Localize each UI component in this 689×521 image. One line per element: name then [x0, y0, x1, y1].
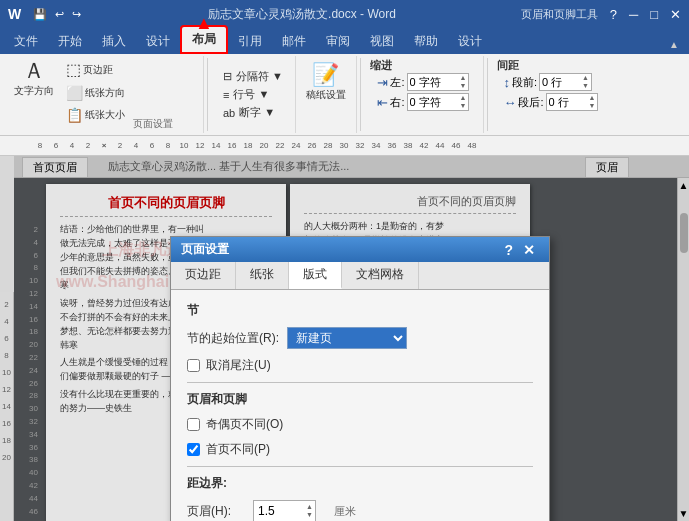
- indent-left-down[interactable]: ▼: [458, 82, 469, 90]
- ribbon-group-separator: ⊟ 分隔符 ▼ ≡ 行号 ▼ ab 断字 ▼: [211, 56, 296, 133]
- spacing-group-title: 间距: [497, 58, 519, 73]
- header-dist-up[interactable]: ▲: [304, 503, 315, 511]
- header-distance-spin[interactable]: ▲ ▼: [253, 500, 316, 521]
- tab-review[interactable]: 审阅: [316, 29, 360, 54]
- tab-layout[interactable]: 布局 ▲: [180, 25, 228, 54]
- draft-button[interactable]: 📝 稿纸设置: [302, 58, 350, 106]
- odd-even-checkbox[interactable]: [187, 418, 200, 431]
- text-direction-label: 文字方向: [14, 84, 54, 98]
- ribbon-tab-bar: 文件 开始 插入 设计 布局 ▲ 引用 邮件 审阅 视图 帮助 设计 ▲: [0, 28, 689, 54]
- spacing-before-label: 段前:: [512, 75, 537, 90]
- restore-button[interactable]: □: [650, 7, 658, 22]
- ribbon-group-spacing: 间距 ↕ 段前: ▲ ▼ ↔ 段后:: [491, 56, 611, 133]
- section-separator-1: [187, 382, 533, 383]
- dialog-tab-bar: 页边距 纸张 版式 文档网格: [171, 262, 549, 290]
- tab-home[interactable]: 开始: [48, 29, 92, 54]
- spacing-after-up[interactable]: ▲: [587, 94, 598, 102]
- dialog-close-btn[interactable]: ✕: [519, 243, 539, 257]
- horizontal-ruler: 8 6 4 2 × 2 4 6 8 10 12 14 16 18 20 22 2…: [0, 136, 689, 156]
- text-direction-button[interactable]: Ａ 文字方向: [10, 58, 58, 100]
- draft-icon: 📝: [312, 62, 339, 88]
- spacing-before-down[interactable]: ▼: [580, 82, 591, 90]
- dialog-title-bar: 页面设置 ? ✕: [171, 237, 549, 262]
- spacing-after-spin[interactable]: ▲ ▼: [546, 93, 599, 111]
- spacing-after-row: ↔ 段后: ▲ ▼: [503, 93, 598, 111]
- document-title: 励志文章心灵鸡汤散文.docx - Word: [208, 6, 396, 23]
- section-start-select[interactable]: 新建页: [287, 327, 407, 349]
- tab-view[interactable]: 视图: [360, 29, 404, 54]
- dialog-title-buttons: ? ✕: [500, 243, 539, 257]
- section-title: 节: [187, 302, 533, 319]
- quick-access-toolbar: 💾 ↩ ↪: [31, 8, 83, 21]
- indent-right-up[interactable]: ▲: [458, 94, 469, 102]
- header-dist-down[interactable]: ▼: [304, 511, 315, 519]
- tab-insert[interactable]: 插入: [92, 29, 136, 54]
- cancel-endnote-checkbox[interactable]: [187, 359, 200, 372]
- margins-button[interactable]: ⬚ 页边距: [62, 58, 129, 81]
- ribbon-group-draft: 📝 稿纸设置: [296, 56, 357, 133]
- orientation-button[interactable]: ⬜ 纸张方向: [62, 83, 129, 103]
- spacing-before-up[interactable]: ▲: [580, 74, 591, 82]
- right-section-label: 页眉和页脚工具: [521, 7, 598, 22]
- indent-left-up[interactable]: ▲: [458, 74, 469, 82]
- spacing-before-input[interactable]: [540, 74, 580, 90]
- help-icon[interactable]: ?: [610, 7, 617, 22]
- dialog-tab-paper[interactable]: 纸张: [236, 262, 289, 289]
- separator-button[interactable]: ⊟ 分隔符 ▼: [217, 68, 289, 85]
- distance-title: 距边界:: [187, 475, 533, 492]
- redo-icon[interactable]: ↪: [70, 8, 83, 21]
- header-footer-title: 页眉和页脚: [187, 391, 533, 408]
- spacing-after-down[interactable]: ▼: [587, 102, 598, 110]
- ribbon-group-page-setup: Ａ 文字方向 ⬚ 页边距 ⬜ 纸张方向 📋 纸张大小 页面设置: [4, 56, 204, 133]
- indent-right-input[interactable]: [408, 94, 458, 110]
- minimize-button[interactable]: ─: [629, 7, 638, 22]
- tab-design2[interactable]: 设计: [448, 29, 492, 54]
- tab-design[interactable]: 设计: [136, 29, 180, 54]
- undo-icon[interactable]: ↩: [53, 8, 66, 21]
- draft-label: 稿纸设置: [306, 88, 346, 102]
- dialog-tab-layout[interactable]: 版式: [289, 262, 342, 289]
- close-button[interactable]: ✕: [670, 7, 681, 22]
- first-page-checkbox[interactable]: [187, 443, 200, 456]
- spacing-after-label: 段后:: [518, 95, 543, 110]
- save-icon[interactable]: 💾: [31, 8, 49, 21]
- line-number-button[interactable]: ≡ 行号 ▼: [217, 86, 289, 103]
- indent-right-spin[interactable]: ▲ ▼: [407, 93, 470, 111]
- separator-icon: ⊟: [223, 70, 232, 83]
- margins-label: 页边距: [83, 63, 113, 77]
- spacing-after-icon: ↔: [503, 95, 516, 110]
- spacing-before-spin[interactable]: ▲ ▼: [539, 73, 592, 91]
- section-start-label: 节的起始位置(R):: [187, 330, 279, 347]
- indent-left-input[interactable]: [408, 74, 458, 90]
- spacing-before-icon: ↕: [503, 75, 510, 90]
- indent-left-spinbtns: ▲ ▼: [458, 74, 469, 90]
- size-icon: 📋: [66, 107, 83, 123]
- indent-left-row: ⇥ 左: ▲ ▼: [377, 73, 469, 91]
- spacing-before-spinbtns: ▲ ▼: [580, 74, 591, 90]
- orientation-label: 纸张方向: [85, 86, 125, 100]
- size-label: 纸张大小: [85, 108, 125, 122]
- size-button[interactable]: 📋 纸张大小: [62, 105, 129, 125]
- indent-left-spin[interactable]: ▲ ▼: [407, 73, 470, 91]
- hyphen-button[interactable]: ab 断字 ▼: [217, 104, 289, 121]
- indent-group-title: 缩进: [370, 58, 392, 73]
- separator-group-content: ⊟ 分隔符 ▼ ≡ 行号 ▼ ab 断字 ▼: [217, 58, 289, 131]
- header-unit: 厘米: [334, 504, 356, 519]
- separator-label: 分隔符 ▼: [236, 69, 283, 84]
- tab-help[interactable]: 帮助: [404, 29, 448, 54]
- indent-controls: ⇥ 左: ▲ ▼ ⇤ 右:: [377, 73, 469, 111]
- ribbon-small-group: ⊟ 分隔符 ▼ ≡ 行号 ▼ ab 断字 ▼: [217, 68, 289, 121]
- app-container: W 💾 ↩ ↪ 励志文章心灵鸡汤散文.docx - Word 页眉和页脚工具 ?…: [0, 0, 689, 521]
- tab-file[interactable]: 文件: [4, 29, 48, 54]
- dialog-tab-margins[interactable]: 页边距: [171, 262, 236, 289]
- header-distance-input[interactable]: [254, 501, 304, 521]
- indent-right-down[interactable]: ▼: [458, 102, 469, 110]
- tab-mail[interactable]: 邮件: [272, 29, 316, 54]
- dialog-tab-grid[interactable]: 文档网格: [342, 262, 419, 289]
- collapse-ribbon-btn[interactable]: ▲: [659, 35, 689, 54]
- spacing-after-input[interactable]: [547, 94, 587, 110]
- dialog-help-btn[interactable]: ?: [500, 243, 517, 257]
- indent-left-label: 左:: [390, 75, 404, 90]
- tab-references[interactable]: 引用: [228, 29, 272, 54]
- page-setup-dialog: 页面设置 ? ✕ 页边距 纸张 版式 文档网格 节 节的起始位置: [170, 236, 550, 521]
